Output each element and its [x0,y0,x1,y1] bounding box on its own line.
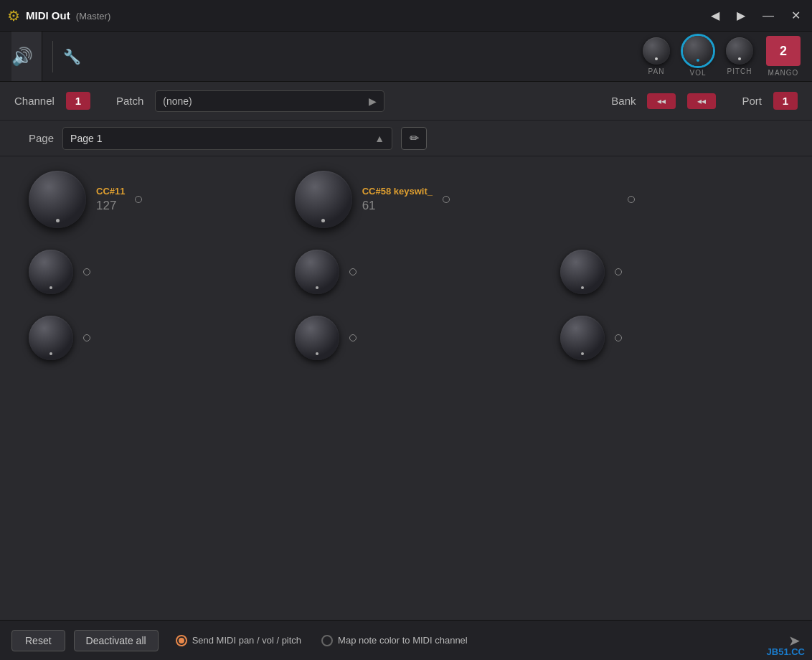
header-separator [52,41,53,72]
header-knobs: PAN VOL PITCH 2 MANGO [643,36,801,77]
patch-value: (none) [163,95,192,107]
mango-label: MANGO [768,69,799,77]
page-label: Page [29,132,54,144]
knob-cell-0-0: CC#11 127 [29,171,252,228]
knob-cell-0-1 [29,250,252,294]
patch-dropdown-arrow: ▶ [369,95,377,107]
knob-medium-2-1-dot [581,286,584,289]
bottom-bar: Reset Deactivate all Send MIDI pan / vol… [0,620,812,660]
knob-cell-2-1 [560,250,783,294]
header-left: 🔊 [11,32,42,81]
knob-medium-0-2-dot [49,352,52,355]
title-bar-controls: ◀ ▶ — ✕ [707,7,805,24]
knob-medium-1-2-dot [316,352,318,355]
bank-btn-2[interactable]: ◂◂ [687,93,716,109]
wrench-icon: 🔧 [63,48,81,65]
radio-label-2: Map note color to MIDI channel [338,635,468,646]
knob-cell-2-0 [560,171,783,228]
knob-medium-1-2[interactable] [295,316,339,360]
knob-large-1-dot [321,219,325,222]
header: 🔊 🔧 PAN VOL [0,32,812,82]
radio-inner-1 [179,638,184,644]
knob-medium-2-1[interactable] [560,250,605,294]
channel-label: Channel [14,95,55,107]
pan-knob-dot [655,57,658,60]
mini-indicator-5 [615,268,622,275]
reset-button[interactable]: Reset [11,630,65,651]
radio-option-1[interactable]: Send MIDI pan / vol / pitch [176,635,301,646]
knob-medium-1-1[interactable] [295,250,339,294]
edit-page-button[interactable]: ✏ [401,127,427,150]
knobs-area: CC#11 127 CC#58 keyswit_ 61 [0,156,812,620]
speaker-icon: 🔊 [11,47,33,67]
page-dropdown[interactable]: Page 1 ▲ [62,127,392,150]
knob-large-0[interactable] [29,171,86,228]
mini-indicator-0 [135,196,142,203]
knob-cell-2-2 [560,316,783,360]
next-button[interactable]: ▶ [732,7,750,24]
watermark: JB51.CC [767,646,805,657]
pan-knob[interactable] [643,37,670,65]
pitch-label: PITCH [727,67,752,75]
knob-cell-1-0: CC#58 keyswit_ 61 [295,171,518,228]
pitch-knob-dot [738,57,741,60]
prev-button[interactable]: ◀ [707,7,724,24]
page-dropdown-arrow: ▲ [374,133,384,144]
edit-icon: ✏ [410,131,419,145]
pan-knob-group: PAN [643,37,670,75]
vol-label: VOL [689,69,706,77]
knob-large-0-dot [56,219,60,222]
pitch-knob-group: PITCH [726,37,753,75]
pan-label: PAN [648,67,665,75]
radio-circle-2 [321,635,333,646]
knob-cc-label-1: CC#58 keyswit_ [362,186,433,197]
mini-indicator-6 [83,334,90,341]
bank-btn-1[interactable]: ◂◂ [647,93,676,109]
knob-value-1: 61 [362,199,433,213]
knob-medium-0-1-dot [49,286,52,289]
patch-label: Patch [116,95,143,107]
knob-cell-1-2 [295,316,518,360]
radio-option-2[interactable]: Map note color to MIDI channel [321,635,468,646]
radio-label-1: Send MIDI pan / vol / pitch [192,635,301,646]
close-button[interactable]: ✕ [787,7,805,24]
title-bar-text: MIDI Out (Master) [26,9,110,22]
mini-indicator-7 [349,334,357,341]
page-value: Page 1 [70,133,102,144]
title-bar-left: ⚙ MIDI Out (Master) [7,7,707,24]
mini-indicator-4 [349,268,357,275]
knob-medium-2-2[interactable] [560,316,605,360]
knob-value-0: 127 [96,199,125,213]
port-value[interactable]: 1 [773,92,798,110]
patch-dropdown[interactable]: (none) ▶ [155,90,384,112]
port-label: Port [742,95,762,107]
mini-indicator-2 [628,196,635,203]
minimize-button[interactable]: — [758,8,778,24]
mini-indicator-3 [83,268,90,275]
mini-indicator-1 [443,196,450,203]
controls-row: Channel 1 Patch (none) ▶ Bank ◂◂ ◂◂ Port… [0,82,812,121]
radio-circle-1 [176,635,187,646]
knob-medium-2-2-dot [581,352,584,355]
knob-large-1[interactable] [295,171,352,228]
main-content: 🔊 🔧 PAN VOL [0,32,812,660]
page-row: Page Page 1 ▲ ✏ [0,121,812,156]
knob-cell-0-2 [29,316,252,360]
deactivate-button[interactable]: Deactivate all [74,630,159,651]
mango-box[interactable]: 2 [766,36,801,66]
vol-knob-group: VOL [683,36,713,77]
knob-medium-0-2[interactable] [29,316,73,360]
pitch-knob[interactable] [726,37,753,65]
knob-info-0: CC#11 127 [96,186,125,213]
knob-medium-0-1[interactable] [29,250,73,294]
knob-medium-1-1-dot [316,286,318,289]
bank-label: Bank [611,95,636,107]
mango-group: 2 MANGO [766,36,801,77]
knob-info-1: CC#58 keyswit_ 61 [362,186,433,213]
vol-knob-dot [697,59,699,62]
vol-knob[interactable] [683,36,713,66]
mini-indicator-8 [615,334,622,341]
gear-icon: ⚙ [7,7,20,24]
channel-value[interactable]: 1 [66,92,90,110]
title-bar: ⚙ MIDI Out (Master) ◀ ▶ — ✕ [0,0,812,32]
